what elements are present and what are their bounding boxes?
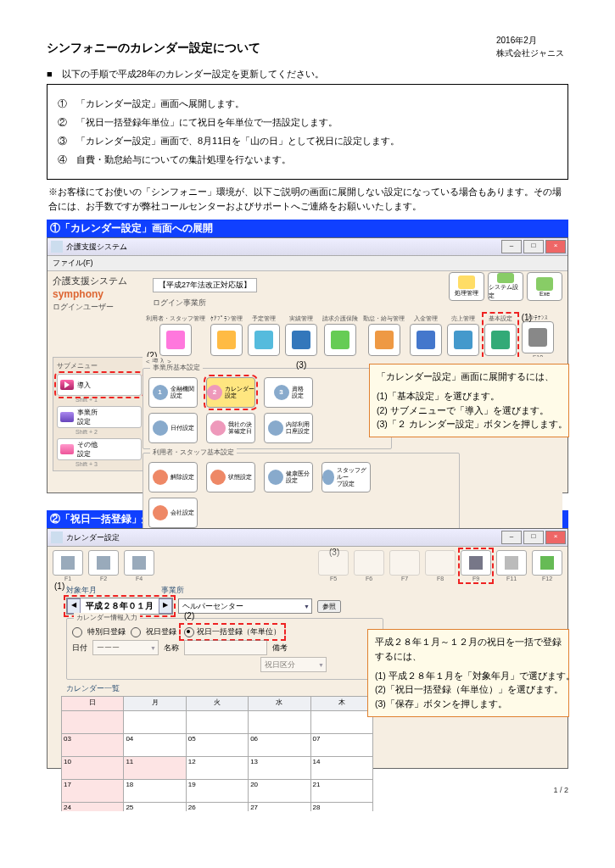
bank-settings-button[interactable]: 1金融機関 設定 (148, 377, 198, 408)
brand-logo: symphony (53, 287, 146, 302)
toolbar-f3[interactable] (248, 324, 280, 356)
window2-icon (51, 531, 63, 543)
toolbar-f7[interactable] (410, 324, 442, 356)
release-button[interactable]: 解除設定 (148, 462, 198, 492)
close-button[interactable]: × (545, 240, 566, 253)
toolbar-f8[interactable] (447, 324, 479, 356)
fkey-f4[interactable] (124, 550, 154, 576)
caution-note: ※お客様にてお使いの「シンフォニー」環境が、以下ご説明の画面に展開しない設定にな… (48, 185, 567, 213)
radio-bulk-holiday[interactable] (184, 627, 194, 637)
company-button[interactable]: 会社設定 (148, 498, 198, 528)
staff-group-button[interactable]: スタッフグルー プ設定 (321, 462, 371, 492)
fkey-f9-save[interactable] (461, 550, 491, 576)
process-mgmt-button[interactable]: 処理管理 (449, 272, 484, 301)
app-identity: 介護支援システム symphony ログインユーザー (53, 275, 146, 313)
calendar-settings-button[interactable]: 2カレンダー 設定 (206, 377, 255, 408)
fkey-f12[interactable] (532, 550, 562, 576)
submenu-panel: サブメニュー (2) 導入 Shift + 1 事業所 設定 Shift + 2… (53, 357, 146, 471)
annot-1: (1) (522, 313, 532, 322)
status-button[interactable]: 状態設定 (206, 462, 255, 492)
step-2: ② 「祝日一括登録年単位」にて祝日を年単位で一括設定します。 (58, 116, 557, 129)
screenshot-1: 介護支援システム – □ × ファイル(F) 介護支援システム symphony… (47, 237, 568, 493)
close2-button[interactable]: × (545, 531, 566, 544)
fkey-f2[interactable] (88, 550, 119, 576)
submenu-intro[interactable]: 導入 (57, 374, 142, 396)
toolbar-f2[interactable] (210, 324, 243, 356)
window-title: 介護支援システム (66, 242, 127, 253)
office-icon (60, 412, 74, 422)
toolbar-basic-settings[interactable] (484, 324, 517, 356)
class-combo: 祝日区分▼ (260, 657, 327, 672)
date-combo: ーーー▼ (92, 640, 159, 655)
header-meta: 2016年2月 株式会社ジャニス (496, 34, 564, 59)
fkey-f7 (389, 550, 420, 576)
name-input (184, 640, 267, 655)
submenu-office[interactable]: 事業所 設定 (57, 406, 142, 428)
section1-bar: ①「カレンダー設定」画面への展開 (47, 220, 568, 237)
menu-bar[interactable]: ファイル(F) (48, 256, 567, 271)
maximize-button[interactable]: □ (523, 240, 544, 253)
step-3: ③ 「カレンダー設定」画面で、8月11日を「山の日」として祝日に設定します。 (58, 135, 557, 147)
window-icon (51, 241, 63, 253)
fkey-f5 (318, 550, 349, 576)
toolbar-f10[interactable] (522, 321, 554, 353)
office-combo[interactable]: ヘルパーセンター▼ (178, 598, 312, 614)
health-button[interactable]: 健康医分 設定 (264, 462, 313, 492)
maximize2-button[interactable]: □ (523, 531, 544, 544)
toolbar-f4[interactable] (285, 324, 317, 356)
toolbar-f5[interactable] (324, 324, 356, 356)
play-icon (60, 380, 74, 390)
window-titlebar: 介護支援システム – □ × (48, 238, 567, 256)
intro-line: ■ 以下の手順で平成28年のカレンダー設定を更新してください。 (47, 68, 568, 81)
license-settings-button[interactable]: 3資格 設定 (264, 377, 313, 408)
minimize2-button[interactable]: – (501, 531, 522, 544)
fkey-f11[interactable] (496, 550, 527, 576)
fkey-f8 (425, 550, 456, 576)
radio-holiday[interactable] (131, 627, 141, 637)
doc-date: 2016年2月 (496, 34, 564, 47)
window2-title: カレンダー設定 (66, 532, 120, 543)
next-month-button[interactable]: ▶ (159, 598, 172, 614)
step-4: ④ 自費・勤怠給与についての集計処理を行ないます。 (58, 153, 557, 166)
submenu-other[interactable]: その他 設定 (57, 438, 142, 460)
date-settings-button[interactable]: 日付設定 (148, 413, 198, 443)
toolbar-f6[interactable] (368, 324, 400, 356)
doc-company: 株式会社ジャニス (496, 47, 564, 59)
version-label: 【平成27年法改正対応版】 (153, 278, 257, 292)
radio-special[interactable] (72, 627, 82, 637)
account-button[interactable]: 内部利用 口座設定 (264, 413, 313, 443)
annot2-2: (2) (184, 611, 194, 620)
calendar-table: 日 月 火 水 木 0304050607 1011121314 17181920… (61, 696, 373, 811)
reference-button[interactable]: 参照 (317, 600, 341, 613)
toolbar-f1[interactable] (159, 324, 192, 356)
window2-titlebar: カレンダー設定 – □ × (48, 529, 567, 547)
target-month-spinner[interactable]: ◀ 平成２８年０１月 ▶ (66, 598, 173, 615)
annot2-1: (1) (54, 581, 64, 591)
fkey-f6 (354, 550, 384, 576)
other-icon (60, 444, 74, 454)
prev-month-button[interactable]: ◀ (67, 598, 81, 614)
annot-3: (3) (296, 360, 306, 370)
system-settings-button[interactable]: システム設定 (488, 272, 523, 301)
exe-button[interactable]: Exe (527, 272, 562, 301)
office-label: 事業所 (161, 585, 184, 596)
callout-1: 「カレンダー設定」画面に展開するには、 (1)「基本設定」を選びます。 (2) … (369, 364, 569, 437)
target-label: 対象年月 (66, 585, 117, 596)
closing-button[interactable]: 我社の決 算確定日 (206, 413, 255, 443)
callout-2: 平成２８年１月～１２月の祝日を一括で登録するには、 (1) 平成２８年１月を「対… (367, 629, 569, 717)
fkey-f1[interactable] (53, 550, 83, 576)
minimize-button[interactable]: – (501, 240, 522, 253)
step-1: ① 「カレンダー設定」画面へ展開します。 (58, 97, 557, 110)
steps-box: ① 「カレンダー設定」画面へ展開します。 ② 「祝日一括登録年単位」にて祝日を年… (47, 84, 568, 180)
doc-title: シンフォニーのカレンダー設定について (47, 41, 568, 56)
version-login-col: 【平成27年法改正対応版】 ログイン事業所 (153, 278, 257, 309)
screenshot-2: カレンダー設定 – □ × (3) F1 F2 F4 F5 F6 F7 F8 F… (47, 528, 568, 769)
